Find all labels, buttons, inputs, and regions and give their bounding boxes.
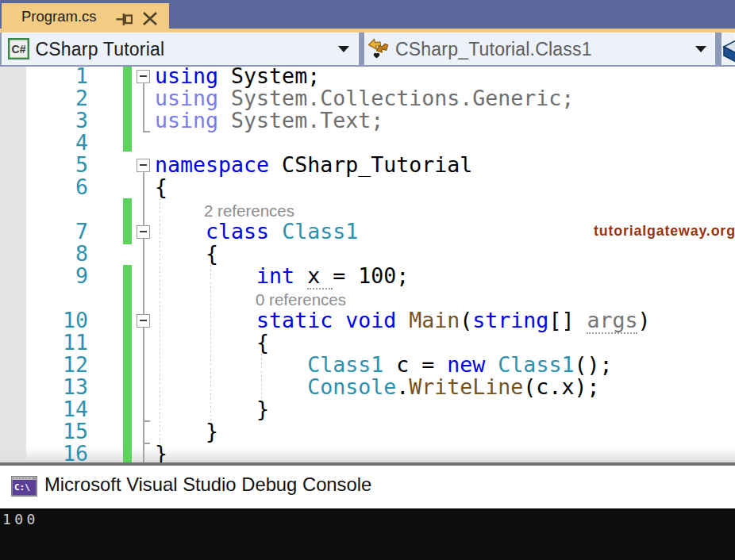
tab-title: Program.cs bbox=[21, 3, 97, 29]
outline-region-end bbox=[143, 443, 150, 444]
collapse-box-icon[interactable] bbox=[137, 159, 150, 172]
code-line: using System.Text; bbox=[155, 109, 383, 132]
indicator-margin bbox=[0, 67, 26, 462]
pin-icon[interactable] bbox=[115, 10, 133, 27]
line-number: 14 bbox=[32, 398, 88, 420]
code-token: = 100; bbox=[333, 263, 409, 288]
chevron-down-icon[interactable] bbox=[338, 46, 349, 52]
codelens-references[interactable]: 2 references bbox=[204, 198, 294, 221]
code-token: class bbox=[206, 219, 269, 244]
type-dropdown-label: CSharp_Tutorial.Class1 bbox=[395, 33, 592, 63]
code-token: System; bbox=[218, 67, 320, 88]
code-token: [] bbox=[548, 308, 587, 332]
code-token bbox=[155, 308, 256, 332]
type-dropdown[interactable]: CSharp_Tutorial.Class1 bbox=[364, 33, 715, 65]
line-number: 16 bbox=[32, 443, 88, 462]
code-token bbox=[485, 352, 498, 377]
code-line: } bbox=[155, 443, 167, 462]
code-token bbox=[155, 352, 307, 377]
code-token: x bbox=[307, 263, 333, 290]
tab-strip: Program.cs bbox=[0, 0, 735, 29]
line-number: 10 bbox=[32, 309, 88, 332]
debug-console-title: Microsoft Visual Studio Debug Console bbox=[44, 466, 371, 508]
debug-console-title-bar: C:\ Microsoft Visual Studio Debug Consol… bbox=[0, 466, 735, 508]
code-line: int x = 100; bbox=[155, 265, 409, 287]
collapse-box-icon[interactable] bbox=[137, 225, 150, 239]
line-number: 3 bbox=[32, 109, 88, 132]
code-token: Main bbox=[409, 308, 460, 332]
code-token: args bbox=[587, 308, 637, 334]
line-number: 12 bbox=[32, 354, 88, 376]
code-line: { bbox=[155, 176, 167, 198]
code-token: using bbox=[155, 86, 218, 110]
change-tracking-bar bbox=[123, 265, 132, 462]
project-dropdown[interactable]: C# CSharp Tutorial bbox=[2, 33, 360, 65]
code-token: void bbox=[345, 308, 396, 332]
debug-console-output[interactable]: 100 bbox=[0, 508, 735, 560]
vs-window: Program.cs C# CSharp Tutorial bbox=[0, 0, 735, 560]
line-number: 6 bbox=[32, 176, 88, 198]
code-token: c = bbox=[383, 352, 447, 377]
code-token: . bbox=[396, 374, 409, 399]
code-line: Class1 c = new Class1(); bbox=[155, 354, 612, 376]
code-token: { bbox=[155, 175, 167, 199]
code-token: ( bbox=[460, 308, 472, 332]
code-token: ) bbox=[637, 308, 650, 332]
code-token bbox=[155, 374, 307, 399]
code-token: (); bbox=[574, 352, 612, 377]
line-number: 8 bbox=[32, 243, 88, 265]
console-output-text: 100 bbox=[2, 511, 39, 528]
project-dropdown-label: CSharp Tutorial bbox=[36, 33, 165, 63]
code-token: System.Text; bbox=[218, 108, 383, 132]
collapse-box-icon[interactable] bbox=[137, 314, 150, 328]
code-token: namespace bbox=[155, 152, 269, 177]
code-token bbox=[155, 219, 206, 244]
code-token bbox=[396, 308, 409, 332]
line-number: 9 bbox=[32, 265, 88, 287]
cube-icon bbox=[721, 36, 735, 63]
code-token: } bbox=[155, 419, 218, 443]
code-token: System.Collections.Generic; bbox=[218, 86, 574, 110]
code-line: using System.Collections.Generic; bbox=[155, 87, 574, 109]
code-token bbox=[294, 263, 307, 288]
change-tracking-bar bbox=[123, 67, 132, 152]
editor-bottom-fade bbox=[0, 447, 735, 462]
code-line: { bbox=[155, 332, 269, 354]
member-dropdown[interactable] bbox=[722, 33, 735, 65]
line-number: 5 bbox=[32, 154, 88, 176]
code-token: new bbox=[447, 352, 485, 377]
chevron-down-icon[interactable] bbox=[695, 46, 706, 52]
watermark: tutorialgateway.org bbox=[594, 220, 735, 242]
code-line: } bbox=[155, 398, 269, 420]
line-number: 13 bbox=[32, 376, 88, 398]
code-token: string bbox=[472, 308, 548, 332]
csharp-project-icon: C# bbox=[8, 38, 29, 59]
code-token bbox=[269, 219, 282, 244]
outline-region-end bbox=[143, 131, 150, 132]
code-token: Class1 bbox=[282, 219, 358, 244]
line-number: 4 bbox=[32, 132, 88, 154]
navigation-bar: C# CSharp Tutorial CSharp_Tutorial.Class… bbox=[0, 33, 735, 67]
line-number: 15 bbox=[32, 420, 88, 443]
code-token bbox=[155, 263, 256, 288]
code-token: Class1 bbox=[498, 352, 574, 377]
code-token: using bbox=[155, 108, 218, 132]
code-line: using System; bbox=[155, 67, 320, 87]
code-line: } bbox=[155, 420, 218, 443]
line-number: 7 bbox=[32, 221, 88, 243]
codelens-references[interactable]: 0 references bbox=[256, 287, 346, 309]
line-number: 11 bbox=[32, 332, 88, 354]
line-number: 2 bbox=[32, 87, 88, 109]
collapse-box-icon[interactable] bbox=[137, 70, 150, 83]
outline-line bbox=[143, 83, 144, 132]
code-token bbox=[333, 308, 345, 332]
code-line: { bbox=[155, 243, 218, 265]
code-line: class Class1 bbox=[155, 221, 358, 243]
code-line: Console.WriteLine(c.x); bbox=[155, 376, 599, 398]
close-icon[interactable] bbox=[141, 10, 159, 27]
code-editor[interactable]: 1using System;2using System.Collections.… bbox=[0, 67, 735, 462]
code-token: (c.x); bbox=[523, 374, 599, 399]
class-icon bbox=[367, 37, 392, 61]
code-token: } bbox=[155, 397, 269, 421]
outline-region-end bbox=[143, 420, 150, 422]
